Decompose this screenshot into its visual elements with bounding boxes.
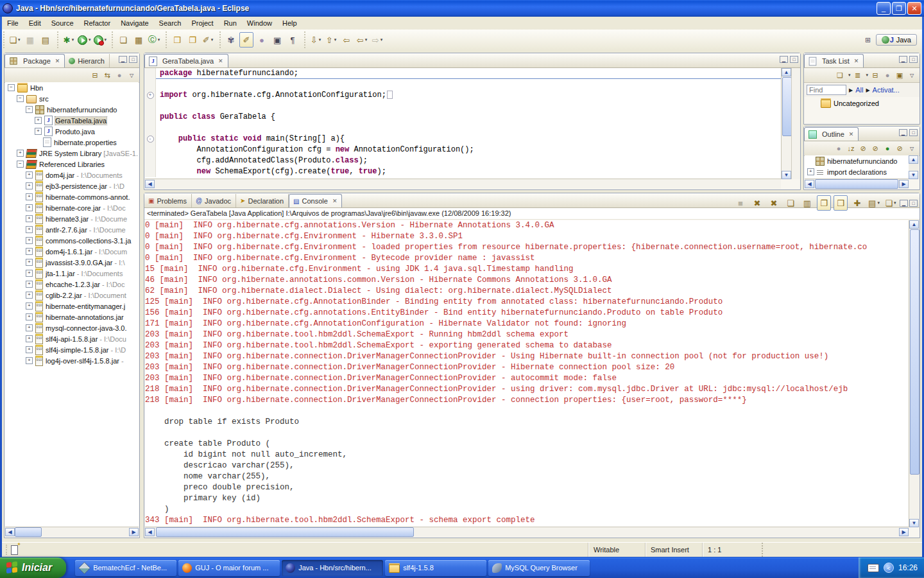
back-button[interactable]: ⇦▾ [355, 32, 369, 48]
search-button[interactable]: ✐▾ [201, 32, 215, 48]
outline-hscrollbar[interactable]: ◀ ▶ [805, 179, 909, 189]
expand-activated-icon[interactable]: ▶ [866, 87, 869, 93]
find-input[interactable] [807, 85, 846, 95]
tree-row[interactable]: +JProduto.java [5, 126, 139, 137]
scroll-up-icon[interactable]: ▲ [909, 155, 918, 164]
tree-toggle-icon[interactable]: + [26, 346, 33, 353]
scroll-left-icon[interactable]: ◀ [5, 528, 15, 536]
menu-window[interactable]: Window [242, 18, 277, 28]
show-on-stdout-button[interactable]: ❐ [817, 195, 831, 211]
collapse-all-button[interactable]: ⊟ [870, 70, 880, 80]
scroll-left-icon[interactable]: ◀ [145, 180, 155, 188]
tab-console[interactable]: ▤Console✕ [289, 194, 342, 207]
filter-all-link[interactable]: All [855, 86, 863, 94]
menu-help[interactable]: Help [277, 18, 302, 28]
tree-row[interactable]: +010commons-collections-3.1.ja [5, 235, 139, 246]
next-annotation-button[interactable]: ⇩▾ [309, 32, 323, 48]
scroll-right-icon[interactable]: ▶ [129, 528, 139, 536]
expand-all-icon[interactable]: ▶ [849, 87, 853, 93]
tree-row[interactable]: +010jta-1.1.jar- I:\Documents [5, 268, 139, 279]
tree-row[interactable]: +010slf4j-api-1.5.8.jar- I:\Docu [5, 333, 139, 344]
minimize-view-button[interactable]: ▁ [119, 56, 127, 63]
tree-toggle-icon[interactable]: + [26, 270, 33, 277]
tree-row[interactable]: +010antlr-2.7.6.jar- I:\Docume [5, 224, 139, 235]
tab-problems[interactable]: ▣Problems [144, 194, 192, 207]
menu-navigate[interactable]: Navigate [116, 18, 153, 28]
scroll-right-icon[interactable]: ▶ [899, 528, 909, 536]
tree-row[interactable]: +010hibernate-annotations.jar [5, 311, 139, 322]
tree-row[interactable]: −Referenced Libraries [5, 159, 139, 170]
minimize-view-button[interactable]: ▁ [900, 200, 908, 207]
tree-toggle-icon[interactable]: − [17, 95, 24, 102]
taskbar-button-eclipse[interactable]: Java - Hbn/src/hibern... [282, 560, 383, 576]
tab-declaration[interactable]: ➤Declaration [236, 194, 289, 207]
tree-toggle-icon[interactable]: + [35, 128, 42, 135]
restore-button[interactable]: ❐ [892, 2, 906, 15]
tab-javadoc[interactable]: @Javadoc [192, 194, 236, 207]
java-perspective-button[interactable]: J Java [876, 34, 917, 46]
display-console-button[interactable]: ▤▾ [867, 195, 881, 211]
annotations-button[interactable]: ● [255, 32, 269, 48]
tree-row[interactable]: +010log4j-over-slf4j-1.5.8.jar- [5, 355, 139, 366]
tree-row[interactable]: +JRE System Library[JavaSE-1. [5, 148, 139, 159]
package-explorer-hscrollbar[interactable]: ◀ ▶ [5, 527, 139, 537]
last-edit-location-button[interactable]: ⇦ [339, 32, 354, 48]
maximize-view-button[interactable]: □ [129, 56, 137, 63]
fast-view-button[interactable] [11, 545, 18, 555]
editor-vscrollbar[interactable]: ▲ ▼ [781, 68, 792, 179]
tree-row[interactable]: +010dom4j-1.6.1.jar- I:\Docum [5, 246, 139, 257]
debug-button[interactable]: ✱▾ [62, 32, 76, 48]
close-icon[interactable]: ✕ [849, 131, 854, 137]
previous-annotation-button[interactable]: ⇧▾ [324, 32, 338, 48]
tree-toggle-icon[interactable]: + [26, 324, 33, 331]
fold-collapse-icon[interactable]: - [147, 136, 154, 143]
view-menu-button[interactable]: ▽ [907, 70, 917, 80]
hide-local-types-button[interactable]: ⊘ [894, 143, 905, 153]
tree-toggle-icon[interactable]: + [17, 150, 24, 157]
tree-toggle-icon[interactable]: + [26, 335, 33, 342]
tab-package-explorer[interactable]: Package ✕ [4, 54, 65, 67]
tree-toggle-icon[interactable]: + [26, 292, 33, 299]
view-menu-button[interactable]: ▽ [907, 143, 917, 153]
tree-toggle-icon[interactable]: + [26, 313, 33, 320]
minimize-view-button[interactable]: ▁ [899, 129, 907, 136]
console-hscrollbar[interactable]: ◀ ▶ [145, 527, 909, 537]
open-perspective-button[interactable]: ⊞ [863, 35, 873, 45]
view-menu-button[interactable]: ▽ [126, 70, 137, 80]
tree-toggle-icon[interactable]: + [26, 302, 33, 310]
maximize-view-button[interactable]: □ [909, 200, 918, 207]
tree-row[interactable]: −src [5, 93, 139, 104]
tree-toggle-icon[interactable]: − [26, 106, 33, 113]
new-java-package-button[interactable]: ▦ [132, 32, 146, 48]
console-log[interactable]: 0 [main] INFO org.hibernate.cfg.annotati… [145, 220, 909, 527]
outline-item[interactable]: hibernatefurnunciando [805, 155, 909, 166]
hide-tray-icons-button[interactable]: < [884, 563, 894, 573]
tree-toggle-icon[interactable]: − [8, 84, 15, 91]
open-console-button[interactable]: ❏▾ [884, 195, 898, 211]
tree-toggle-icon[interactable]: + [807, 168, 814, 175]
outline-vscrollbar[interactable]: ▲ ▼ [909, 155, 919, 179]
clear-console-button[interactable]: ❏ [783, 195, 798, 211]
collapse-all-button[interactable]: ⊟ [90, 70, 100, 80]
maximize-view-button[interactable]: □ [909, 129, 918, 136]
maximize-editor-button[interactable]: □ [790, 56, 798, 63]
menu-run[interactable]: Run [219, 18, 242, 28]
close-icon[interactable]: ✕ [55, 58, 60, 64]
minimize-editor-button[interactable]: ▁ [780, 56, 788, 63]
taskbar-button-mysql[interactable]: MySQL Query Browser [488, 560, 590, 576]
tree-row[interactable]: +010slf4j-simple-1.5.8.jar- I:\D [5, 344, 139, 355]
tree-row[interactable]: +010mysql-connector-java-3.0. [5, 322, 139, 333]
outline-item[interactable]: +import declarations [805, 166, 909, 177]
menu-project[interactable]: Project [186, 18, 218, 28]
taskbar-button-firefox[interactable]: GUJ - O maior forum ... [178, 560, 280, 576]
scroll-right-icon[interactable]: ▶ [899, 180, 909, 188]
view-menu-extra-button[interactable]: ● [114, 70, 124, 80]
close-button[interactable]: ✕ [907, 2, 921, 15]
terminate-button[interactable]: ■ [733, 195, 748, 211]
open-type-button[interactable]: ❒ [170, 32, 184, 48]
tree-row[interactable]: −Hbn [5, 82, 139, 93]
scroll-down-icon[interactable]: ▼ [909, 519, 919, 527]
tree-row[interactable]: +JGeraTabela.java [5, 115, 139, 126]
filter-activated-link[interactable]: Activat... [873, 86, 900, 94]
hide-non-public-button[interactable]: ● [882, 143, 893, 153]
